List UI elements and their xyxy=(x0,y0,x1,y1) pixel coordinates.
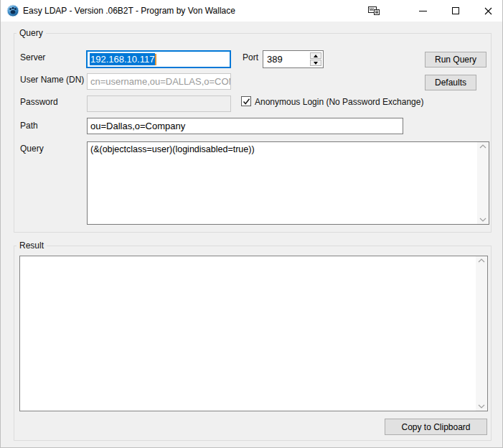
title-bar[interactable]: Easy LDAP - Version .06B2T - Program by … xyxy=(1,0,503,22)
anonymous-login-label[interactable]: Anonymous Login (No Password Exchange) xyxy=(255,97,423,107)
minimize-button[interactable] xyxy=(408,0,437,22)
maximize-button[interactable] xyxy=(441,0,470,22)
port-spinner[interactable]: 389 xyxy=(263,50,324,68)
server-input-selected-text: 192.168.10.117 xyxy=(90,53,155,65)
query-text: (&(objectclass=user)(logindisabled=true)… xyxy=(90,144,474,154)
query-scrollbar[interactable] xyxy=(477,142,489,224)
username-label: User Name (DN) xyxy=(20,75,84,85)
minimize-icon xyxy=(419,11,427,11)
port-value: 389 xyxy=(267,54,283,65)
text-caret xyxy=(155,54,156,65)
username-input[interactable]: cn=username,ou=DALLAS,o=COMPANY xyxy=(87,73,231,90)
query-label: Query xyxy=(20,144,44,154)
checkmark-icon xyxy=(243,98,250,106)
port-label: Port xyxy=(243,52,258,62)
server-label: Server xyxy=(20,52,45,62)
spin-up-icon xyxy=(314,55,318,57)
result-scrollbar[interactable] xyxy=(476,256,487,411)
maximize-icon xyxy=(452,7,459,14)
close-icon xyxy=(484,7,492,15)
scroll-down-icon xyxy=(479,218,486,222)
spin-up-button[interactable] xyxy=(310,52,321,59)
path-label: Path xyxy=(20,121,38,131)
copy-to-clipboard-button[interactable]: Copy to Clipboard xyxy=(385,419,487,435)
paw-app-icon xyxy=(6,4,19,17)
window-title: Easy LDAP - Version .06B2T - Program by … xyxy=(23,0,235,22)
password-input[interactable] xyxy=(87,95,231,112)
app-window: Easy LDAP - Version .06B2T - Program by … xyxy=(0,0,503,448)
run-query-button[interactable]: Run Query xyxy=(425,52,486,67)
spin-down-button[interactable] xyxy=(310,60,321,66)
server-input[interactable]: 192.168.10.117 xyxy=(86,50,231,68)
result-textarea[interactable] xyxy=(19,256,488,411)
path-input[interactable]: ou=Dallas,o=Company xyxy=(87,118,403,134)
port-spin-buttons xyxy=(310,52,321,66)
query-groupbox-label: Query xyxy=(17,28,46,38)
scroll-up-icon xyxy=(479,144,486,149)
query-textarea[interactable]: (&(objectclass=user)(logindisabled=true)… xyxy=(87,141,489,225)
defaults-button[interactable]: Defaults xyxy=(425,75,476,90)
touch-keyboard-icon[interactable] xyxy=(359,0,388,22)
spin-down-icon xyxy=(314,62,318,65)
result-groupbox-label: Result xyxy=(17,241,47,251)
close-button[interactable] xyxy=(474,0,502,22)
scroll-down-icon xyxy=(478,404,485,409)
scroll-up-icon xyxy=(478,258,485,263)
password-label: Password xyxy=(20,97,58,107)
anonymous-login-checkbox[interactable] xyxy=(241,96,251,106)
